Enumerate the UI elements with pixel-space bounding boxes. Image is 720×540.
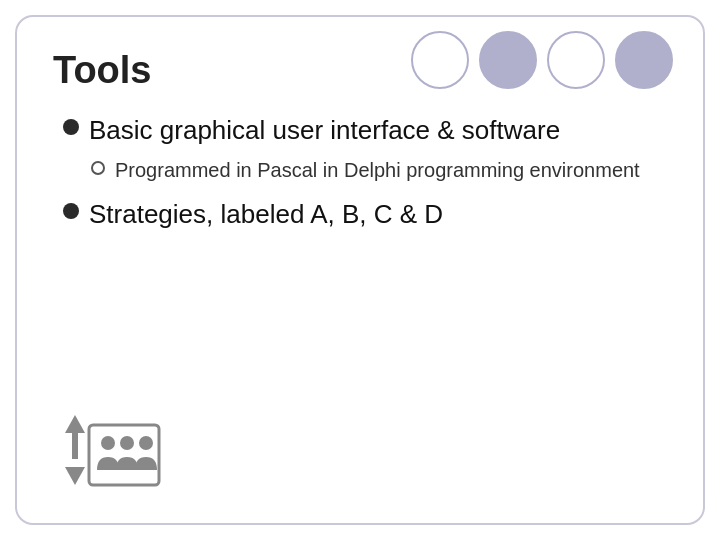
- bullet-strategies-text: Strategies, labeled A, B, C & D: [89, 198, 443, 232]
- svg-point-7: [139, 436, 153, 450]
- bullet-strategies: Strategies, labeled A, B, C & D: [63, 198, 667, 232]
- sub-programmed: Programmed in Pascal in Delphi programmi…: [91, 156, 667, 184]
- svg-marker-0: [65, 415, 85, 433]
- svg-point-6: [120, 436, 134, 450]
- decorative-circles: [411, 31, 673, 89]
- svg-marker-3: [65, 467, 85, 485]
- svg-rect-1: [72, 433, 78, 453]
- sub-bullets-1: Programmed in Pascal in Delphi programmi…: [91, 156, 667, 184]
- bullet-dot-main-2: [63, 203, 79, 219]
- svg-rect-4: [89, 425, 159, 485]
- svg-rect-8: [89, 425, 159, 485]
- svg-rect-2: [72, 453, 78, 459]
- bullet-basic-text: Basic graphical user interface & softwar…: [89, 114, 560, 148]
- circle-2: [479, 31, 537, 89]
- sub-programmed-text: Programmed in Pascal in Delphi programmi…: [115, 156, 640, 184]
- slide: Tools Basic graphical user interface & s…: [15, 15, 705, 525]
- bullet-dot-sub-1: [91, 161, 105, 175]
- circle-4: [615, 31, 673, 89]
- circle-1: [411, 31, 469, 89]
- svg-point-5: [101, 436, 115, 450]
- bullet-dot-main-1: [63, 119, 79, 135]
- bullet-basic: Basic graphical user interface & softwar…: [63, 114, 667, 148]
- slide-content: Basic graphical user interface & softwar…: [53, 114, 667, 232]
- people-icon: [53, 395, 163, 495]
- circle-3: [547, 31, 605, 89]
